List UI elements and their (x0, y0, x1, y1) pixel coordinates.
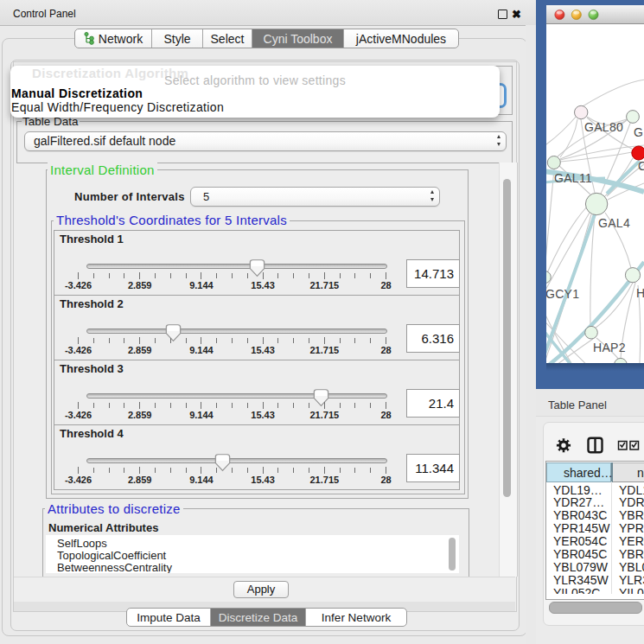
svg-text:GCY1: GCY1 (545, 287, 579, 301)
svg-text:HAP2: HAP2 (593, 341, 626, 354)
svg-text:H: H (636, 286, 644, 300)
svg-text:C: C (638, 159, 644, 173)
svg-text:GAL4: GAL4 (598, 216, 630, 230)
svg-text:G.: G. (634, 125, 644, 139)
svg-text:GAL80: GAL80 (584, 120, 623, 134)
svg-text:GAL11: GAL11 (554, 171, 592, 185)
